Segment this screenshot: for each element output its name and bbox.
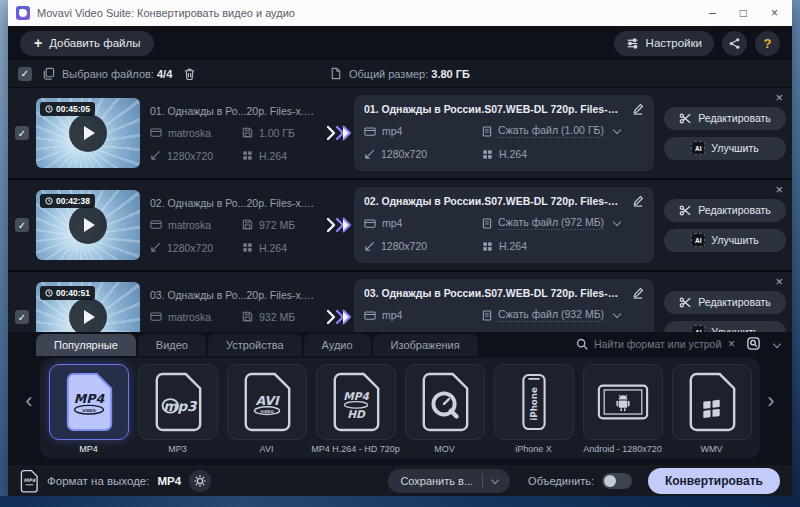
file-row: ✓ 00:40:51 03. Однажды в Ро...20p. Files… [8,272,792,332]
merge-label: Объединить: [528,475,594,487]
edit-button[interactable]: Редактировать [664,199,786,222]
rename-button[interactable] [632,287,644,299]
convert-arrow-icon [325,122,351,144]
format-label: Android - 1280x720 [583,444,662,454]
select-all-checkbox[interactable]: ✓ [18,67,32,81]
container-icon [150,127,162,138]
scissors-icon [679,112,692,125]
convert-arrow-icon [325,214,351,236]
output-filename: 01. Однажды в России.S07.WEB-DL 720p. Fi… [364,103,624,115]
row-checkbox[interactable]: ✓ [15,310,29,324]
format-tile-iphone-x[interactable]: iPhone [494,364,574,440]
enhance-button[interactable]: AI Улучшить [664,321,786,333]
format-settings-button[interactable] [189,470,211,492]
resolution-icon [150,150,161,161]
tab-devices[interactable]: Устройства [208,334,302,356]
search-in-box-icon [746,336,761,351]
convert-arrow-icon [325,306,351,328]
selected-files-label: Выбрано файлов: 4/4 [62,68,172,80]
file-row: ✓ 00:45:05 01. Однажды в Ро...20p. Files… [8,88,792,178]
clear-search-button[interactable]: × [728,338,735,350]
scissors-icon [679,204,692,217]
titlebar: Movavi Video Suite: Конвертировать видео… [8,0,792,26]
remove-file-button[interactable]: × [775,91,783,104]
format-tile-mp4-hd[interactable]: MP4 HD [316,364,396,440]
remove-file-button[interactable]: × [775,183,783,196]
trash-button[interactable] [183,67,196,81]
enhance-button[interactable]: AI Улучшить [664,229,786,252]
format-tabs: Популярные Видео Устройства Аудио Изобра… [18,332,782,356]
trash-icon [183,67,196,81]
toolbar: + Добавить файлы Настройки [8,26,792,60]
plus-icon: + [34,36,42,50]
codec-icon [482,241,493,252]
app-icon [16,6,30,20]
video-thumbnail[interactable]: 00:45:05 [36,98,140,168]
compress-icon [482,310,492,321]
ai-chip-icon: AI [691,325,705,332]
clock-icon [45,197,53,205]
merge-toggle[interactable] [602,473,632,489]
file-list: ✓ 00:45:05 01. Однажды в Ро...20p. Files… [8,88,792,332]
video-thumbnail[interactable]: 00:42:38 [36,190,140,260]
compress-dropdown[interactable]: Сжать файл (932 МБ) [482,308,644,322]
collapse-panel-button[interactable] [772,339,782,349]
format-tile-mp4[interactable]: MP4 VIDEO [49,364,129,440]
video-thumbnail[interactable]: 00:40:51 [36,282,140,332]
close-button[interactable]: × [771,7,778,19]
format-tile-avi[interactable]: AVI VIDEO [227,364,307,440]
play-icon[interactable] [69,298,107,332]
pencil-icon [632,195,644,207]
source-info: 02. Однажды в Ро...20p. Files-x.mkv matr… [150,197,322,254]
enhance-button[interactable]: AI Улучшить [664,137,786,160]
format-strip: MP4 VIDEO MP4 [40,358,760,458]
ai-chip-icon: AI [691,233,705,247]
save-to-button[interactable]: Сохранить в... [388,469,510,493]
codec-icon [242,150,253,161]
play-icon[interactable] [69,114,107,152]
format-tile-android[interactable] [583,364,663,440]
preview-search-button[interactable] [744,334,763,353]
format-label: WMV [701,444,723,454]
selected-files-count: 4/4 [157,68,172,80]
compress-dropdown[interactable]: Сжать файл (1.00 ГБ) [482,124,644,138]
scroll-left-button[interactable]: ‹ [18,390,40,426]
help-button[interactable]: ? [755,31,780,56]
edit-button[interactable]: Редактировать [664,107,786,130]
android-tablet-icon [596,371,650,433]
edit-button[interactable]: Редактировать [664,291,786,314]
convert-button[interactable]: Конвертировать [648,468,780,494]
format-tile-mp3[interactable]: mp3 [138,364,218,440]
svg-text:VIDEO: VIDEO [82,408,96,413]
resolution-icon [150,242,161,253]
settings-button[interactable]: Настройки [614,31,714,56]
add-files-button[interactable]: + Добавить файлы [20,31,154,56]
container-icon [150,219,162,230]
rename-button[interactable] [632,103,644,115]
format-tile-wmv[interactable] [672,364,752,440]
row-checkbox[interactable]: ✓ [15,126,29,140]
toggle-knob [604,475,616,487]
tab-images[interactable]: Изображения [373,334,478,356]
tab-video[interactable]: Видео [138,334,206,356]
tab-popular[interactable]: Популярные [36,334,136,356]
rename-button[interactable] [632,195,644,207]
total-size: Общий размер: 3.80 ГБ [330,67,470,80]
scroll-right-button[interactable]: › [760,390,782,426]
row-checkbox[interactable]: ✓ [15,218,29,232]
tab-audio[interactable]: Аудио [304,334,371,356]
document-icon [330,67,342,80]
chevron-down-icon [613,309,621,317]
format-tile-mov[interactable] [405,364,485,440]
compress-dropdown[interactable]: Сжать файл (972 МБ) [482,216,644,230]
svg-text:HD: HD [347,408,366,420]
ai-chip-icon: AI [691,141,705,155]
format-label: iPhone X [515,444,552,454]
remove-file-button[interactable]: × [775,275,783,288]
play-icon[interactable] [69,206,107,244]
search-input[interactable] [594,338,722,350]
maximize-button[interactable]: □ [740,7,747,19]
format-label: AVI [260,444,274,454]
minimize-button[interactable]: – [709,7,716,19]
share-button[interactable] [722,31,747,56]
